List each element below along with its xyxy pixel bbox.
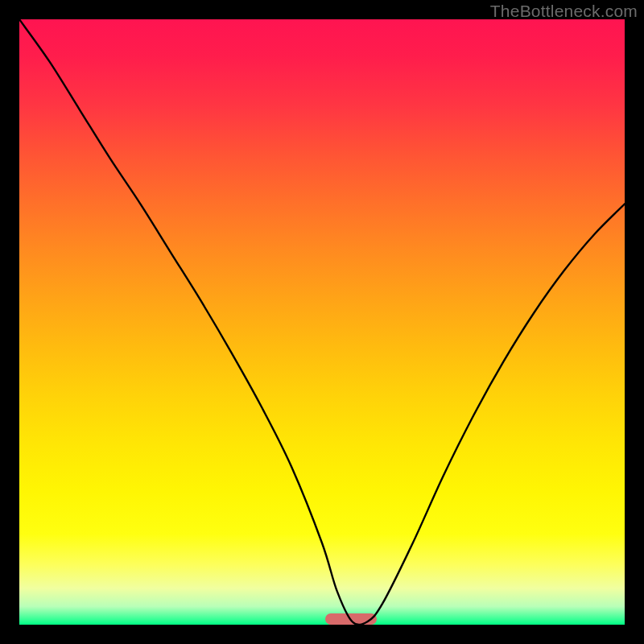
plot-area (19, 19, 625, 625)
bottleneck-curve (19, 19, 625, 625)
chart-frame: TheBottleneck.com (0, 0, 644, 644)
watermark-text: TheBottleneck.com (490, 2, 638, 21)
